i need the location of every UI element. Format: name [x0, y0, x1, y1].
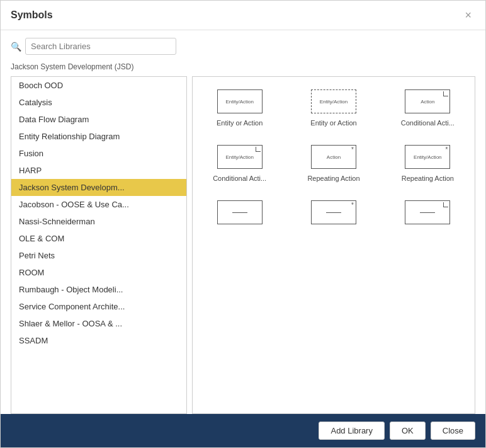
- close-button[interactable]: Close: [431, 422, 475, 440]
- search-icon: 🔍: [11, 42, 21, 52]
- library-list-item[interactable]: Petri Nets: [11, 247, 186, 264]
- search-area: 🔍: [1, 30, 485, 60]
- library-list-item[interactable]: Catalysis: [11, 94, 186, 111]
- library-list-item[interactable]: Booch OOD: [11, 77, 186, 94]
- symbol-label: Repeating Action: [307, 175, 359, 182]
- library-list-container: Booch OODCatalysisData Flow DiagramEntit…: [11, 76, 187, 414]
- library-list-item[interactable]: Data Flow Diagram: [11, 111, 186, 128]
- dialog-title: Symbols: [11, 9, 53, 21]
- symbol-cell[interactable]: Entity/Action*Repeating Action: [381, 132, 475, 188]
- dialog-close-button[interactable]: ×: [461, 8, 475, 22]
- symbol-cell[interactable]: [381, 188, 475, 236]
- symbols-dialog: Symbols × 🔍 Jackson System Development (…: [0, 0, 486, 448]
- symbol-cell[interactable]: [193, 188, 286, 236]
- symbols-panel: Entity/ActionEntity or ActionEntity/Acti…: [192, 76, 475, 414]
- ok-button[interactable]: OK: [390, 422, 426, 440]
- symbol-cell[interactable]: ActionConditional Acti...: [381, 77, 475, 132]
- dialog-footer: Add Library OK Close: [1, 414, 485, 447]
- symbol-cell[interactable]: Entity/ActionEntity or Action: [286, 77, 380, 132]
- symbol-label: Conditional Acti...: [401, 119, 455, 127]
- library-list-item[interactable]: Fusion: [11, 145, 186, 162]
- library-list-item[interactable]: Entity Relationship Diagram: [11, 128, 186, 145]
- symbol-label: Entity or Action: [217, 119, 263, 127]
- symbol-label: Entity or Action: [310, 119, 356, 127]
- library-list: Booch OODCatalysisData Flow DiagramEntit…: [11, 77, 186, 413]
- search-input[interactable]: [25, 38, 176, 55]
- add-library-button[interactable]: Add Library: [319, 422, 384, 440]
- library-list-item[interactable]: OLE & COM: [11, 230, 186, 247]
- library-list-item[interactable]: HARP: [11, 162, 186, 179]
- library-list-item[interactable]: SSADM: [11, 332, 186, 349]
- library-list-item[interactable]: ROOM: [11, 264, 186, 281]
- breadcrumb: Jackson System Development (JSD): [1, 60, 485, 76]
- symbol-cell[interactable]: *: [286, 188, 380, 236]
- dialog-header: Symbols ×: [1, 1, 485, 30]
- symbol-cell[interactable]: Action*Repeating Action: [286, 132, 380, 188]
- library-list-item[interactable]: Nassi-Schneiderman: [11, 213, 186, 230]
- content-area: Booch OODCatalysisData Flow DiagramEntit…: [1, 76, 485, 414]
- library-list-item[interactable]: Jackson System Developm...: [11, 179, 186, 196]
- library-list-item[interactable]: Jacobson - OOSE & Use Ca...: [11, 196, 186, 213]
- library-list-item[interactable]: Shlaer & Mellor - OOSA & ...: [11, 315, 186, 332]
- symbol-cell[interactable]: Entity/ActionConditional Acti...: [193, 132, 286, 188]
- library-list-item[interactable]: Rumbaugh - Object Modeli...: [11, 281, 186, 298]
- library-list-item[interactable]: Service Component Archite...: [11, 298, 186, 315]
- symbol-label: Repeating Action: [402, 175, 454, 182]
- symbol-label: Conditional Acti...: [213, 175, 266, 182]
- symbol-cell[interactable]: Entity/ActionEntity or Action: [193, 77, 286, 132]
